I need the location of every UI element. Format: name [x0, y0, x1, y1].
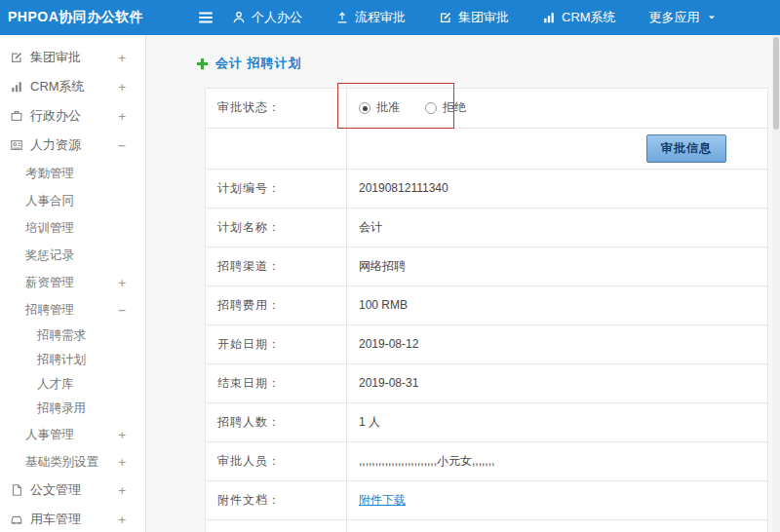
- expander-icon[interactable]: +: [118, 80, 126, 95]
- menu-toggle-icon[interactable]: [197, 9, 214, 26]
- approval-status-row: 审批状态： 批准拒绝: [206, 89, 768, 129]
- sidebar-item-label: 招聘需求: [37, 327, 86, 344]
- expander-icon[interactable]: +: [118, 513, 126, 527]
- table-row: 招聘渠道：网络招聘: [206, 247, 768, 285]
- topbar-menu-label: CRM系统: [562, 9, 616, 26]
- row-label: 审批人员：: [206, 441, 347, 480]
- sidebar: 集团审批+CRM系统+行政办公+人力资源−考勤管理人事合同培训管理奖惩记录薪资管…: [0, 35, 146, 532]
- topbar-menu-item[interactable]: 个人办公: [232, 9, 302, 26]
- sidebar-item[interactable]: CRM系统+: [0, 72, 145, 101]
- sidebar-item-label: 公文管理: [30, 481, 81, 499]
- sidebar-item[interactable]: 薪资管理+: [0, 269, 145, 296]
- topbar-menu-label: 更多应用: [649, 9, 700, 26]
- sidebar-item-label: 人事管理: [25, 427, 74, 443]
- table-row: 结束日期：2019-08-31: [206, 363, 768, 402]
- sidebar-item[interactable]: 奖惩记录: [0, 242, 145, 269]
- sidebar-item[interactable]: 人事合同: [0, 187, 145, 214]
- expander-icon[interactable]: +: [118, 483, 126, 498]
- row-label: 计划编号：: [206, 169, 347, 208]
- topbar-menu-item[interactable]: CRM系统: [542, 9, 616, 26]
- sidebar-item[interactable]: 招聘计划: [0, 348, 145, 372]
- expander-icon[interactable]: +: [118, 276, 126, 290]
- topbar: PHPOA协同办公软件 个人办公流程审批集团审批CRM系统更多应用: [0, 0, 780, 35]
- office-icon: [10, 109, 23, 123]
- sidebar-item[interactable]: 招聘录用: [0, 397, 145, 421]
- sidebar-item[interactable]: 招聘需求: [0, 323, 145, 348]
- row-label: 开始日期：: [206, 324, 347, 363]
- sidebar-item-label: 薪资管理: [25, 275, 74, 291]
- radio-button[interactable]: [425, 102, 437, 114]
- radio-option-reject[interactable]: 拒绝: [425, 99, 466, 116]
- row-value: ,,,,,,,,,,,,,,,,,,,,,,,,小元女,,,,,,,: [347, 441, 768, 480]
- row-label: 招聘说明：: [206, 519, 347, 532]
- caret-down-icon: [706, 12, 718, 23]
- radio-option-approve[interactable]: 批准: [359, 99, 400, 116]
- topbar-menu-item[interactable]: 流程审批: [335, 9, 406, 26]
- row-value: 100 RMB: [347, 285, 768, 324]
- sidebar-item[interactable]: 用车管理+: [0, 505, 145, 532]
- expander-icon[interactable]: +: [118, 51, 126, 65]
- row-value: 20190812111340: [347, 169, 768, 208]
- sidebar-item[interactable]: 人事管理+: [0, 421, 145, 448]
- detail-table: 审批状态： 批准拒绝 审批信息 计划编号：20190812111340计划名称：…: [205, 88, 768, 532]
- sidebar-item-label: CRM系统: [30, 78, 85, 95]
- topbar-menu-item[interactable]: 集团审批: [439, 9, 509, 26]
- topbar-menu: 个人办公流程审批集团审批CRM系统更多应用: [232, 9, 751, 26]
- sidebar-item[interactable]: 人才库: [0, 372, 145, 397]
- sidebar-item-label: 招聘录用: [37, 400, 86, 417]
- detail-rows: 计划编号：20190812111340计划名称：会计招聘渠道：网络招聘招聘费用：…: [206, 169, 768, 532]
- topbar-menu-item[interactable]: 更多应用: [649, 9, 718, 26]
- edit-icon: [439, 11, 452, 24]
- table-row: 计划名称：会计: [206, 208, 768, 247]
- row-value: 网络招聘: [347, 247, 768, 285]
- approval-info-button[interactable]: 审批信息: [646, 134, 726, 163]
- topbar-menu-label: 集团审批: [458, 9, 509, 26]
- sidebar-item[interactable]: 行政办公+: [0, 101, 145, 131]
- row-label: 招聘人数：: [206, 402, 347, 441]
- add-icon[interactable]: [195, 57, 210, 71]
- expander-icon[interactable]: −: [118, 303, 126, 318]
- sidebar-item[interactable]: 集团审批+: [0, 43, 145, 72]
- sidebar-item[interactable]: 培训管理: [0, 214, 145, 242]
- sidebar-item-label: 基础类别设置: [25, 454, 98, 471]
- expander-icon[interactable]: +: [118, 455, 126, 470]
- row-label: 招聘渠道：: [206, 247, 347, 285]
- sidebar-item-label: 用车管理: [30, 511, 81, 528]
- expander-icon[interactable]: −: [118, 138, 126, 153]
- row-value: 1 人: [347, 402, 768, 441]
- attachment-download-link[interactable]: 附件下载: [359, 493, 406, 507]
- sidebar-item[interactable]: 人力资源−: [0, 131, 145, 160]
- flow-icon: [335, 11, 349, 24]
- row-label-empty: [206, 128, 347, 169]
- hr-icon: [10, 138, 23, 152]
- expander-icon[interactable]: +: [118, 109, 126, 124]
- sidebar-item-label: 培训管理: [25, 220, 74, 237]
- sidebar-item-label: 行政办公: [30, 107, 81, 125]
- sidebar-item[interactable]: 考勤管理: [0, 160, 145, 187]
- table-body: 审批状态： 批准拒绝 审批信息: [206, 89, 768, 170]
- vertical-scrollbar[interactable]: [772, 35, 780, 532]
- value-line: 1: [359, 528, 756, 532]
- approve-button-row: 审批信息: [206, 128, 768, 169]
- app-logo[interactable]: PHPOA协同办公软件: [0, 9, 146, 26]
- radio-button[interactable]: [359, 102, 370, 114]
- sidebar-item[interactable]: 招聘管理−: [0, 296, 145, 323]
- row-label: 招聘费用：: [206, 285, 347, 324]
- table-row: 招聘说明：12: [206, 519, 768, 532]
- sidebar-item[interactable]: 公文管理+: [0, 475, 145, 505]
- person-icon: [232, 11, 246, 24]
- table-row: 开始日期：2019-08-12: [206, 324, 768, 363]
- button-cell: 审批信息: [347, 128, 768, 169]
- expander-icon[interactable]: +: [118, 428, 126, 442]
- topbar-menu-label: 个人办公: [252, 9, 302, 26]
- scrollbar-thumb[interactable]: [773, 37, 779, 130]
- radio-label: 拒绝: [443, 99, 466, 116]
- sidebar-item[interactable]: 基础类别设置+: [0, 448, 145, 475]
- row-value: 会计: [347, 208, 768, 247]
- row-value: 2019-08-31: [347, 363, 768, 402]
- table-row: 招聘费用：100 RMB: [206, 285, 768, 324]
- sidebar-item-label: 招聘计划: [37, 352, 86, 368]
- edit-icon: [10, 51, 23, 64]
- sidebar-item-label: 人力资源: [30, 136, 81, 154]
- sidebar-item-label: 人事合同: [25, 193, 74, 209]
